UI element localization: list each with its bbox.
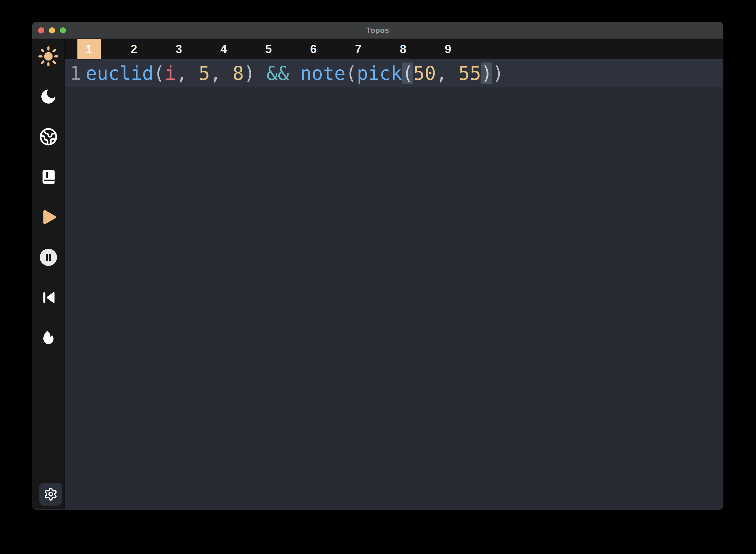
code-token-paren: , — [210, 62, 233, 84]
tab-label: 7 — [346, 39, 370, 59]
window-body: 123456789 1 euclid(i, 5, 8) && note(pick… — [32, 39, 723, 509]
pause-button[interactable] — [32, 247, 64, 267]
title-bar[interactable]: Topos — [32, 22, 723, 39]
code-token-number: 8 — [233, 62, 244, 84]
code-token-paren: , — [176, 62, 198, 84]
tab-label: 4 — [212, 39, 236, 59]
tab-9[interactable]: 9 — [426, 39, 470, 59]
tab-1[interactable]: 1 — [67, 39, 112, 59]
skip-back-button[interactable] — [32, 288, 64, 308]
tab-3[interactable]: 3 — [156, 39, 201, 59]
tab-label: 1 — [77, 39, 101, 59]
flame-button[interactable] — [32, 328, 64, 348]
code-editor[interactable]: 1 euclid(i, 5, 8) && note(pick(50, 55)) — [65, 59, 723, 509]
sidebar — [32, 39, 65, 509]
flame-icon — [40, 329, 57, 346]
code-token-number: 55 — [459, 62, 481, 84]
tab-2[interactable]: 2 — [112, 39, 156, 59]
moon-icon — [39, 87, 58, 106]
settings-icon — [44, 487, 58, 501]
tab-label: 3 — [167, 39, 191, 59]
tab-7[interactable]: 7 — [336, 39, 381, 59]
tab-5[interactable]: 5 — [246, 39, 291, 59]
code-token-paren: ) — [492, 62, 504, 84]
play-icon — [39, 208, 58, 227]
zoom-button[interactable] — [60, 27, 66, 34]
code-token-function: pick — [357, 62, 402, 84]
book-icon — [40, 168, 57, 186]
tab-label: 2 — [122, 39, 146, 59]
code-token-operator: && — [266, 62, 289, 84]
sun-icon — [38, 46, 59, 67]
tab-label: 8 — [391, 39, 415, 59]
tab-bar: 123456789 — [65, 39, 723, 59]
tab-label: 5 — [257, 39, 280, 59]
tab-label: 6 — [302, 39, 325, 59]
skip-back-icon — [40, 289, 57, 307]
editor-empty-area[interactable] — [65, 87, 723, 509]
settings-button[interactable] — [39, 483, 62, 506]
globe-icon — [39, 127, 58, 146]
line-number: 1 — [65, 62, 86, 84]
code-token-paren: ( — [153, 62, 165, 84]
moon-button[interactable] — [32, 87, 64, 107]
tab-4[interactable]: 4 — [201, 39, 246, 59]
desktop: { "window": { "title": "Topos", "traffic… — [0, 0, 756, 554]
pause-icon — [39, 248, 58, 267]
sun-button[interactable] — [32, 46, 64, 66]
tab-label: 9 — [436, 39, 460, 59]
code-token-paren-matched: ( — [402, 62, 414, 84]
tab-8[interactable]: 8 — [381, 39, 426, 59]
globe-button[interactable] — [32, 127, 64, 147]
code-token-variable: i — [165, 62, 176, 84]
code-token-number: 5 — [198, 62, 210, 84]
main-panel: 123456789 1 euclid(i, 5, 8) && note(pick… — [65, 39, 723, 509]
app-window: Topos — [32, 22, 723, 510]
code-token-paren: ) — [244, 62, 266, 84]
code-line-tokens: euclid(i, 5, 8) && note(pick(50, 55)) — [86, 62, 504, 84]
code-token-number: 50 — [413, 62, 436, 84]
code-token-function: note — [300, 62, 345, 84]
window-title: Topos — [366, 26, 389, 35]
code-token-paren-matched: ) — [481, 62, 493, 84]
book-button[interactable] — [32, 167, 64, 187]
close-button[interactable] — [38, 27, 44, 34]
traffic-lights — [38, 22, 66, 39]
play-button[interactable] — [32, 207, 64, 227]
code-token-paren: , — [436, 62, 458, 84]
minimize-button[interactable] — [49, 27, 55, 34]
code-token-function: euclid — [86, 62, 153, 84]
code-token-paren: ( — [345, 62, 357, 84]
tab-6[interactable]: 6 — [291, 39, 336, 59]
active-code-line[interactable]: 1 euclid(i, 5, 8) && note(pick(50, 55)) — [65, 59, 723, 87]
code-token-paren — [289, 62, 301, 84]
